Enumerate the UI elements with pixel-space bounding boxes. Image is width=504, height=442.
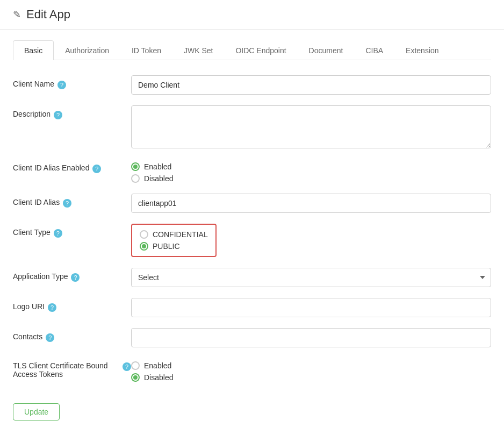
description-label: Description ? (13, 105, 131, 119)
tabs: Basic Authorization ID Token JWK Set OID… (13, 40, 491, 60)
main-content: Basic Authorization ID Token JWK Set OID… (0, 30, 504, 431)
description-help-icon[interactable]: ? (54, 111, 62, 119)
tls-client-label: TLS Client Certificate Bound Access Toke… (13, 358, 131, 379)
edit-icon: ✎ (13, 9, 21, 20)
client-name-input[interactable] (131, 75, 491, 95)
client-id-alias-enabled-radio-group: Enabled Disabled (131, 159, 491, 183)
client-name-row: Client Name ? (13, 75, 491, 95)
radio-circle-enabled (131, 162, 140, 171)
page-title: Edit App (26, 8, 70, 22)
description-control (131, 105, 491, 148)
client-id-alias-enabled-control: Enabled Disabled (131, 159, 491, 183)
tab-oidc-endpoint[interactable]: OIDC Endpoint (224, 40, 297, 60)
client-type-row: Client Type ? CONFIDENTIAL PUBLIC (13, 224, 491, 257)
application-type-row: Application Type ? Select WEB NATIVE (13, 268, 491, 287)
logo-uri-row: Logo URI ? (13, 298, 491, 317)
application-type-control: Select WEB NATIVE (131, 268, 491, 287)
tab-ciba[interactable]: CIBA (354, 40, 394, 60)
client-name-help-icon[interactable]: ? (57, 81, 66, 89)
application-type-label: Application Type ? (13, 268, 131, 282)
client-id-alias-control (131, 194, 491, 213)
client-name-label: Client Name ? (13, 75, 131, 89)
tls-client-option-enabled[interactable]: Enabled (131, 361, 491, 370)
tls-client-option-disabled[interactable]: Disabled (131, 373, 491, 382)
client-type-label: Client Type ? (13, 224, 131, 238)
application-type-select-wrapper: Select WEB NATIVE (131, 268, 491, 287)
description-textarea[interactable] (131, 105, 491, 148)
update-button[interactable]: Update (13, 403, 60, 420)
logo-uri-help-icon[interactable]: ? (48, 303, 56, 312)
client-id-alias-enabled-option-disabled[interactable]: Disabled (131, 174, 491, 183)
client-id-alias-enabled-row: Client ID Alias Enabled ? Enabled Disabl… (13, 159, 491, 183)
tls-client-row: TLS Client Certificate Bound Access Toke… (13, 358, 491, 382)
client-id-alias-help-icon[interactable]: ? (63, 199, 71, 208)
page-header: ✎ Edit App (0, 0, 504, 30)
tab-basic[interactable]: Basic (13, 40, 54, 60)
application-type-select[interactable]: Select WEB NATIVE (131, 268, 491, 287)
radio-circle-tls-enabled (131, 361, 140, 370)
tls-client-help-icon[interactable]: ? (123, 362, 131, 371)
client-id-alias-label: Client ID Alias ? (13, 194, 131, 208)
application-type-help-icon[interactable]: ? (71, 273, 80, 282)
tab-extension[interactable]: Extension (394, 40, 450, 60)
client-id-alias-input[interactable] (131, 194, 491, 213)
client-type-help-icon[interactable]: ? (54, 229, 62, 238)
tab-id-token[interactable]: ID Token (120, 40, 172, 60)
client-type-option-confidential[interactable]: CONFIDENTIAL (140, 230, 208, 239)
client-id-alias-enabled-help-icon[interactable]: ? (92, 165, 101, 173)
client-type-control: CONFIDENTIAL PUBLIC (131, 224, 491, 257)
tab-authorization[interactable]: Authorization (54, 40, 120, 60)
client-type-option-public[interactable]: PUBLIC (140, 242, 208, 251)
contacts-help-icon[interactable]: ? (46, 333, 54, 342)
logo-uri-label: Logo URI ? (13, 298, 131, 312)
client-type-highlight-box: CONFIDENTIAL PUBLIC (131, 224, 217, 257)
tab-jwk-set[interactable]: JWK Set (172, 40, 224, 60)
tls-client-control: Enabled Disabled (131, 358, 491, 382)
logo-uri-input[interactable] (131, 298, 491, 317)
tls-client-radio-group: Enabled Disabled (131, 358, 491, 382)
tab-document[interactable]: Document (298, 40, 355, 60)
client-id-alias-enabled-label: Client ID Alias Enabled ? (13, 159, 131, 173)
contacts-input[interactable] (131, 328, 491, 347)
logo-uri-control (131, 298, 491, 317)
description-row: Description ? (13, 105, 491, 148)
radio-circle-confidential (140, 230, 148, 239)
client-name-control (131, 75, 491, 95)
radio-circle-tls-disabled (131, 373, 140, 382)
radio-circle-public (140, 242, 148, 251)
contacts-label: Contacts ? (13, 328, 131, 342)
radio-circle-disabled (131, 174, 140, 183)
client-id-alias-enabled-option-enabled[interactable]: Enabled (131, 162, 491, 171)
client-id-alias-row: Client ID Alias ? (13, 194, 491, 213)
contacts-control (131, 328, 491, 347)
contacts-row: Contacts ? (13, 328, 491, 347)
